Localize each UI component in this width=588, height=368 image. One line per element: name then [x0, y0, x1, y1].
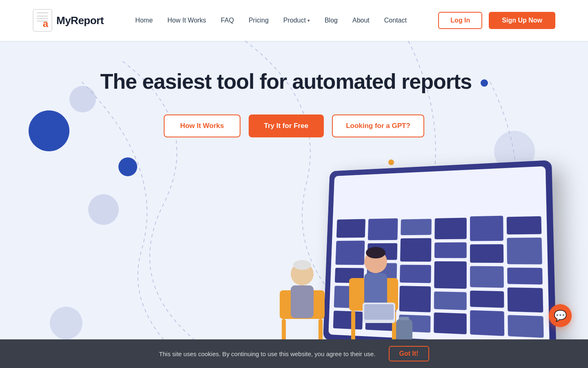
- logo[interactable]: a MyReport: [33, 9, 104, 32]
- got-it-button[interactable]: Got It!: [389, 346, 429, 361]
- chat-icon: 💬: [554, 310, 567, 322]
- nav-how-it-works[interactable]: How It Works: [167, 17, 206, 24]
- cookie-banner: This site uses cookies. By continuing to…: [0, 339, 588, 368]
- logo-letter: a: [43, 18, 48, 29]
- nav-about[interactable]: About: [352, 17, 370, 24]
- hero-buttons: How It Works Try It for Free Looking for…: [164, 114, 424, 137]
- decorative-circle-4: [88, 194, 119, 225]
- logo-text: MyReport: [56, 14, 104, 27]
- nav-home[interactable]: Home: [135, 17, 153, 24]
- hero-section: The easiest tool for automated reports H…: [0, 41, 588, 368]
- chevron-down-icon: ▾: [307, 18, 310, 23]
- nav-contact[interactable]: Contact: [384, 17, 407, 24]
- nav-faq[interactable]: FAQ: [221, 17, 234, 24]
- nav-actions: Log In Sign Up Now: [438, 12, 555, 29]
- navbar: a MyReport Home How It Works FAQ Pricing…: [0, 0, 588, 41]
- looking-for-gpt-button[interactable]: Looking for a GPT?: [332, 114, 424, 137]
- nav-pricing[interactable]: Pricing: [249, 17, 269, 24]
- hero-illustration: [294, 143, 547, 368]
- decorative-circle-5: [50, 307, 82, 339]
- cookie-message: This site uses cookies. By continuing to…: [159, 350, 375, 357]
- svg-point-13: [366, 247, 385, 258]
- svg-point-6: [293, 260, 311, 270]
- how-it-works-button[interactable]: How It Works: [164, 114, 240, 137]
- try-for-free-button[interactable]: Try It for Free: [249, 114, 324, 137]
- svg-rect-17: [399, 317, 409, 320]
- decorative-circle-2: [118, 157, 137, 176]
- nav-blog[interactable]: Blog: [325, 17, 338, 24]
- dot-accent: [481, 79, 488, 87]
- signup-button[interactable]: Sign Up Now: [489, 12, 555, 29]
- svg-rect-5: [291, 285, 314, 318]
- svg-rect-15: [364, 304, 394, 320]
- login-button[interactable]: Log In: [438, 12, 482, 29]
- hero-title: The easiest tool for automated reports: [100, 70, 488, 94]
- logo-icon: a: [33, 9, 52, 32]
- nav-product[interactable]: Product ▾: [283, 17, 310, 24]
- svg-rect-16: [396, 319, 412, 341]
- nav-links: Home How It Works FAQ Pricing Product ▾ …: [135, 17, 407, 24]
- chat-button[interactable]: 💬: [549, 304, 572, 327]
- hero-content: The easiest tool for automated reports H…: [0, 41, 588, 137]
